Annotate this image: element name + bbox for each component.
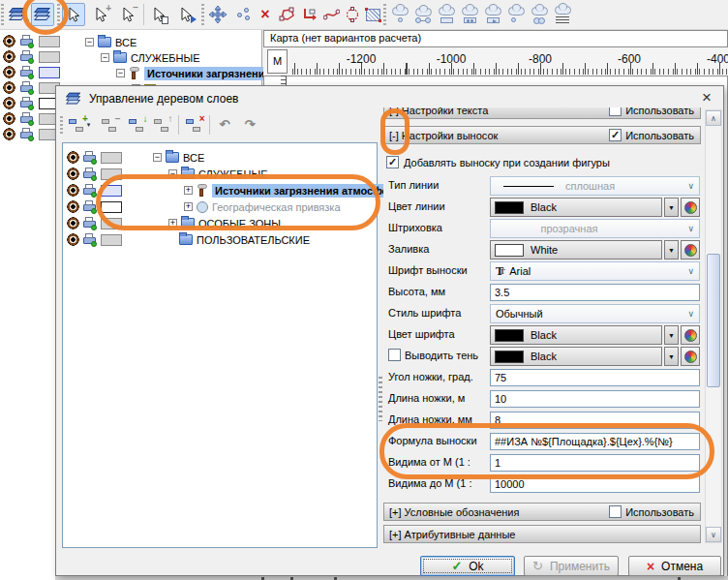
tree-row[interactable]: +Географическая привязка (67, 199, 341, 214)
apply-button[interactable]: ↻Применить (524, 556, 619, 576)
cloud-area-button[interactable] (435, 3, 458, 26)
layer-color-swatch[interactable] (39, 67, 60, 78)
tree-row[interactable]: +ОСОБЫЕ ЗОНЫ (67, 216, 281, 230)
draw-polygon-button[interactable] (276, 3, 299, 26)
cloud-area-points-button[interactable] (458, 3, 481, 26)
collapse-box[interactable]: − (101, 53, 109, 62)
layer-manager-button[interactable] (31, 3, 54, 26)
move-node-down-button[interactable]: ↓ (126, 114, 147, 136)
redo-button[interactable]: ↷ (239, 114, 260, 136)
shadow-checkbox[interactable] (388, 349, 401, 361)
printer-icon[interactable] (83, 217, 97, 229)
color-palette-button[interactable] (681, 240, 700, 259)
line-type-dropdown[interactable]: сплошная∨ (490, 176, 700, 196)
tree-row-selected[interactable]: +Источники загрязнения атмосфе... (67, 183, 402, 198)
layer-color-swatch[interactable] (39, 51, 60, 63)
eye-icon[interactable] (67, 184, 79, 197)
undo-button[interactable]: ↶ (214, 114, 235, 136)
tree-row[interactable]: ПОЛЬЗОВАТЕЛЬСКИЕ (67, 232, 310, 247)
draw-hatch-area-button[interactable] (361, 3, 384, 26)
printer-icon[interactable] (20, 97, 34, 109)
draw-curve-button[interactable] (319, 3, 343, 26)
section-header-legend[interactable]: [+] Условные обозначения Использовать (383, 503, 701, 521)
scroll-down-button[interactable]: ∨ (706, 527, 721, 542)
ok-button[interactable]: ✓Ok (420, 556, 515, 576)
eye-icon[interactable] (3, 81, 15, 94)
color-dropdown-button[interactable]: ▼ (664, 325, 679, 345)
add-node-button[interactable]: + ▾ (66, 114, 93, 136)
fill-color-dropdown[interactable]: White (490, 240, 662, 259)
leg-angle-input[interactable]: 75 (490, 369, 700, 386)
toolbar-grip[interactable] (383, 4, 386, 25)
select-add-button[interactable]: + (89, 3, 112, 26)
line-color-dropdown[interactable]: Black (490, 198, 662, 217)
printer-icon[interactable] (20, 112, 34, 125)
layer-color-swatch[interactable] (101, 185, 122, 197)
printer-icon[interactable] (20, 35, 34, 47)
layer-color-swatch[interactable] (101, 218, 122, 229)
edit-nodes-button[interactable] (232, 3, 256, 26)
cloud-pair-button[interactable] (528, 3, 551, 26)
font-color-dropdown[interactable]: Black (490, 325, 662, 345)
tree-row-vse[interactable]: −ВСЕ (85, 35, 136, 49)
properties-scrollbar[interactable]: ∧ ∨ (705, 109, 722, 543)
printer-icon[interactable] (83, 233, 97, 246)
eye-icon[interactable] (3, 66, 15, 78)
expand-box[interactable]: + (184, 202, 193, 211)
color-palette-button[interactable] (681, 347, 700, 366)
draw-corner-button[interactable] (298, 3, 321, 26)
toolbar-grip[interactable] (1, 4, 4, 25)
cloud-road-button[interactable] (551, 3, 574, 26)
scrollbar-thumb[interactable] (707, 254, 720, 387)
add-layers-button[interactable]: + (6, 3, 29, 26)
eye-icon[interactable] (3, 35, 15, 47)
collapse-box[interactable]: − (153, 153, 162, 162)
leg-length-m-input[interactable]: 10 (490, 390, 700, 408)
select-button[interactable] (62, 3, 85, 26)
printer-icon[interactable] (20, 66, 34, 78)
eye-icon[interactable] (67, 217, 79, 229)
eye-icon[interactable] (67, 168, 79, 180)
move-node-up-button[interactable]: ↑ (151, 114, 172, 136)
visible-to-input[interactable]: 10000 (490, 475, 700, 493)
use-checkbox[interactable]: ✓ (609, 129, 622, 141)
section-header-callouts[interactable]: [-] Настройки выносок ✓Использовать (383, 126, 701, 144)
panel-splitter[interactable] (379, 377, 382, 421)
section-header-text[interactable]: [-] Настройки текста Использовать (383, 107, 701, 119)
select-remove-button[interactable]: − (116, 3, 139, 26)
layer-color-swatch[interactable] (39, 36, 60, 47)
cloud-area-arrow-button[interactable] (481, 3, 504, 26)
height-input[interactable]: 3.5 (490, 284, 700, 301)
collapse-box[interactable]: − (168, 169, 177, 178)
expand-box[interactable]: + (168, 219, 177, 228)
leg-length-mm-input[interactable]: 8 (490, 412, 700, 429)
printer-icon[interactable] (20, 50, 34, 63)
expand-box[interactable]: + (184, 186, 193, 195)
toolbar-grip[interactable] (201, 4, 204, 25)
use-checkbox[interactable] (609, 107, 622, 116)
eye-icon[interactable] (3, 50, 15, 63)
font-style-dropdown[interactable]: Обычный∨ (490, 304, 700, 323)
move-object-button[interactable] (206, 3, 229, 26)
collapse-box[interactable]: − (85, 38, 94, 46)
add-callout-checkbox[interactable]: ✓ (386, 156, 399, 168)
cloud-line-button[interactable] (411, 3, 435, 26)
scroll-up-button[interactable]: ∧ (706, 110, 721, 126)
layer-color-swatch[interactable] (101, 201, 122, 213)
eye-icon[interactable] (3, 97, 15, 109)
eye-icon[interactable] (67, 233, 79, 246)
layer-color-swatch[interactable] (101, 168, 122, 180)
shadow-color-dropdown[interactable]: Black (490, 347, 662, 366)
section-header-attributes[interactable]: [+] Атрибутивные данные (383, 525, 701, 543)
printer-icon[interactable] (83, 151, 97, 164)
font-dropdown[interactable]: TTArial∨ (490, 261, 700, 281)
delete-button[interactable]: × (254, 3, 277, 26)
select-copy-button[interactable] (147, 3, 170, 26)
layer-color-swatch[interactable] (101, 234, 122, 246)
collapse-box[interactable]: − (116, 69, 125, 77)
toolbar-grip[interactable] (57, 4, 60, 25)
printer-icon[interactable] (83, 200, 97, 213)
color-palette-button[interactable] (681, 325, 700, 345)
cancel-button[interactable]: ×Отмена (628, 556, 721, 576)
color-dropdown-button[interactable]: ▼ (664, 347, 679, 366)
